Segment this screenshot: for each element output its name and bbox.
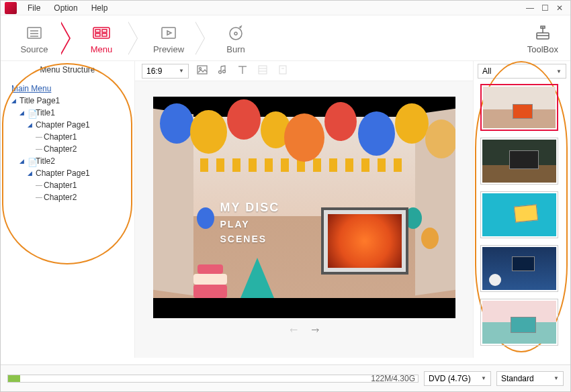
chevron-down-icon: ▼ [554, 375, 559, 381]
aspect-ratio-select[interactable]: 16:9▼ [142, 64, 189, 79]
chevron-down-icon: ▼ [556, 68, 562, 75]
tree-node[interactable]: Chapter1 [3, 179, 132, 191]
chapter-button[interactable] [277, 64, 288, 77]
total-size: 4.30G [393, 374, 415, 383]
menu-preview-canvas[interactable]: MY DISC PLAY SCENES [153, 97, 455, 318]
page-icon: 📄 [28, 158, 34, 164]
chevron-down-icon: ▼ [179, 68, 184, 74]
tree-label: Title Page1 [19, 96, 60, 105]
menu-file[interactable]: File [21, 3, 47, 13]
template-filter-select[interactable]: All▼ [478, 64, 566, 79]
disc-play-text[interactable]: PLAY [220, 219, 280, 230]
svg-point-11 [230, 28, 242, 40]
svg-point-18 [200, 68, 202, 70]
svg-point-12 [234, 32, 237, 35]
svg-rect-6 [102, 30, 107, 32]
used-size: 122M [371, 374, 391, 383]
tree-node[interactable]: ◢📄Title2 [3, 155, 132, 167]
svg-rect-5 [95, 30, 100, 32]
add-music-button[interactable] [217, 64, 228, 77]
template-thumb[interactable] [480, 245, 558, 292]
tree-label: Chapter2 [36, 193, 77, 202]
disc-type-select[interactable]: DVD (4.7G)▼ [424, 371, 491, 386]
source-icon [7, 21, 61, 44]
tree-node[interactable]: Chapter2 [3, 191, 132, 203]
disc-scenes-text[interactable]: SCENES [220, 234, 280, 244]
tree-label: Main Menu [11, 84, 51, 93]
tree-node[interactable]: Chapter2 [3, 143, 132, 155]
step-source[interactable]: Source [7, 21, 61, 54]
tree-label: Chapter Page1 [36, 168, 90, 178]
tree-label: Title2 [36, 156, 55, 166]
add-image-button[interactable] [197, 64, 208, 77]
expand-caret-icon: ◢ [28, 170, 34, 177]
svg-marker-10 [167, 31, 171, 35]
add-text-button[interactable] [237, 64, 248, 77]
tree-label: Chapter Page1 [36, 120, 90, 130]
disc-title-text[interactable]: MY DISC [220, 201, 280, 215]
video-thumbnail-frame[interactable] [321, 207, 408, 275]
quality-select[interactable]: Standard▼ [496, 371, 564, 386]
maximize-button[interactable]: ☐ [539, 3, 550, 13]
template-thumb[interactable] [480, 138, 558, 185]
tree-label: Title1 [36, 108, 55, 117]
close-button[interactable]: ✕ [554, 3, 565, 13]
preview-icon [142, 21, 195, 44]
menu-icon [75, 21, 128, 44]
tree-node[interactable]: Main Menu [3, 83, 132, 95]
menu-help[interactable]: Help [85, 3, 115, 13]
svg-rect-8 [102, 34, 107, 36]
toolbox-button[interactable]: ToolBox [527, 21, 564, 54]
tree-label: Chapter2 [36, 144, 77, 154]
expand-caret-icon: ◢ [11, 97, 18, 104]
tree-node[interactable]: ◢Title Page1 [3, 95, 132, 107]
tree-node[interactable]: Chapter1 [3, 131, 132, 143]
tree-label: Chapter1 [36, 132, 77, 142]
burn-icon [209, 21, 263, 44]
prev-page-button[interactable]: 🡐 [290, 326, 298, 335]
svg-rect-23 [259, 66, 267, 74]
minimize-button[interactable]: — [525, 3, 535, 13]
step-preview[interactable]: Preview [142, 21, 195, 54]
tree-node[interactable]: ◢📄Title1 [3, 107, 132, 119]
expand-caret-icon: ◢ [28, 121, 34, 128]
template-thumb[interactable] [480, 191, 558, 238]
disc-usage-bar: 122M/4.30G [7, 375, 419, 383]
template-thumb[interactable] [480, 84, 558, 131]
tree-label: Chapter1 [36, 181, 77, 190]
svg-rect-9 [162, 28, 175, 38]
grid-button[interactable] [257, 64, 268, 77]
page-icon: 📄 [28, 109, 34, 116]
app-logo [5, 2, 17, 14]
menu-option[interactable]: Option [47, 3, 84, 13]
sidebar-title: Menu Structure [1, 61, 134, 79]
expand-caret-icon: ◢ [19, 109, 26, 116]
tree-node[interactable]: ◢Chapter Page1 [3, 119, 132, 131]
svg-point-19 [219, 71, 222, 74]
svg-rect-26 [279, 66, 286, 74]
svg-rect-7 [95, 34, 100, 36]
toolbox-icon [527, 21, 558, 44]
chevron-down-icon: ▼ [481, 375, 486, 381]
tree-node[interactable]: ◢Chapter Page1 [3, 167, 132, 179]
step-burn[interactable]: Burn [209, 21, 263, 54]
next-page-button[interactable]: 🡒 [311, 326, 319, 335]
svg-point-20 [223, 70, 226, 73]
step-menu[interactable]: Menu [75, 21, 128, 54]
expand-caret-icon: ◢ [19, 158, 26, 164]
template-thumb[interactable] [480, 299, 558, 346]
